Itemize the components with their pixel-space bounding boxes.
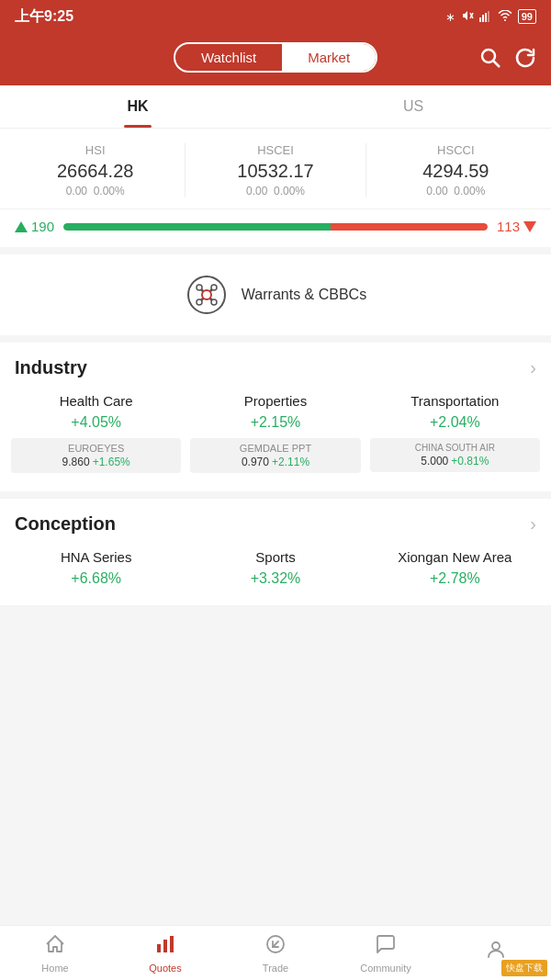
bluetooth-icon: ∗: [445, 10, 455, 24]
conception-section: Conception › HNA Series +6.68% Sports +3…: [0, 499, 551, 613]
industry-section: Industry › Health Care +4.05% EUROEYES 9…: [0, 343, 551, 499]
bottom-nav: Home Quotes Trade Community: [0, 925, 551, 980]
tab-hk[interactable]: HK: [0, 85, 276, 128]
index-hscci-name: HSCCI: [370, 143, 542, 157]
header-actions: [479, 47, 536, 69]
indices-row: HSI 26664.28 0.00 0.00% HSCEI 10532.17 0…: [0, 129, 551, 209]
index-hsi-change: 0.00 0.00%: [9, 185, 181, 197]
nav-community[interactable]: Community: [331, 926, 441, 980]
healthcare-ticker-val: 9.860: [62, 456, 90, 468]
svg-point-6: [504, 19, 506, 21]
hna-change: +6.68%: [11, 570, 181, 587]
signal-icon: [479, 9, 492, 25]
up-arrow-icon: [15, 221, 28, 232]
ad-progress-bar: [63, 223, 488, 231]
index-hscei[interactable]: HSCEI 10532.17 0.00 0.00%: [189, 143, 361, 197]
xiongan-change: +2.78%: [370, 570, 540, 587]
search-button[interactable]: [479, 47, 501, 69]
market-tab[interactable]: Market: [282, 44, 376, 71]
nav-community-label: Community: [360, 963, 411, 974]
tab-us[interactable]: US: [276, 85, 551, 128]
industry-card-healthcare[interactable]: Health Care +4.05% EUROEYES 9.860 +1.65%: [11, 393, 181, 473]
battery-icon: 99: [518, 9, 536, 24]
conception-card-hna[interactable]: HNA Series +6.68%: [11, 549, 181, 587]
svg-point-11: [197, 285, 202, 290]
conception-card-xiongan[interactable]: Xiongan New Area +2.78%: [370, 549, 540, 587]
industry-card-properties[interactable]: Properties +2.15% GEMDALE PPT 0.970 +2.1…: [190, 393, 360, 473]
watermark: 快盘下载: [501, 960, 547, 976]
tab-switcher: Watchlist Market: [174, 42, 377, 73]
conception-title: Conception: [15, 513, 116, 535]
svg-point-21: [492, 942, 500, 950]
transportation-change: +2.04%: [370, 414, 540, 431]
advance-bar-green: [63, 223, 331, 231]
svg-rect-4: [485, 13, 487, 22]
hna-name: HNA Series: [11, 549, 181, 565]
header: Watchlist Market: [0, 33, 551, 85]
status-bar: 上午9:25 ∗ 99: [0, 0, 551, 33]
healthcare-ticker-chg: +1.65%: [93, 456, 130, 468]
svg-line-8: [494, 61, 500, 67]
transportation-ticker: CHINA SOUTH AIR 5.000 +0.81%: [370, 438, 540, 472]
properties-change: +2.15%: [190, 414, 360, 431]
svg-rect-17: [170, 936, 174, 952]
decline-bar-red: [331, 223, 488, 231]
healthcare-change: +4.05%: [11, 414, 181, 431]
index-hscci[interactable]: HSCCI 4294.59 0.00 0.00%: [370, 143, 542, 197]
refresh-button[interactable]: [514, 47, 536, 69]
transportation-name: Transportation: [370, 393, 540, 409]
warrants-icon: [185, 273, 229, 317]
nav-home[interactable]: Home: [0, 926, 110, 980]
mute-icon: [461, 9, 474, 25]
properties-ticker-chg: +2.11%: [272, 456, 309, 468]
svg-rect-16: [163, 940, 167, 952]
watchlist-tab[interactable]: Watchlist: [175, 44, 282, 71]
properties-ticker: GEMDALE PPT 0.970 +2.11%: [190, 438, 360, 473]
advance-decline-bar: 190 113: [0, 209, 551, 254]
nav-quotes[interactable]: Quotes: [110, 926, 220, 980]
nav-home-label: Home: [41, 963, 68, 974]
svg-point-7: [482, 50, 495, 62]
market-region-tabs: HK US: [0, 85, 551, 129]
quotes-icon: [154, 933, 176, 961]
home-icon: [44, 933, 66, 961]
industry-card-transportation[interactable]: Transportation +2.04% CHINA SOUTH AIR 5.…: [370, 393, 540, 473]
conception-card-sports[interactable]: Sports +3.32%: [190, 549, 360, 587]
properties-ticker-name: GEMDALE PPT: [196, 443, 354, 454]
svg-rect-2: [479, 17, 481, 22]
transportation-ticker-name: CHINA SOUTH AIR: [376, 443, 534, 453]
index-hsi[interactable]: HSI 26664.28 0.00 0.00%: [9, 143, 181, 197]
svg-point-13: [197, 299, 202, 305]
conception-grid: HNA Series +6.68% Sports +3.32% Xiongan …: [0, 546, 551, 613]
index-hsi-value: 26664.28: [9, 161, 181, 182]
sports-change: +3.32%: [190, 570, 360, 587]
svg-rect-5: [488, 11, 489, 22]
industry-section-header[interactable]: Industry ›: [0, 343, 551, 389]
sports-name: Sports: [190, 549, 360, 565]
nav-trade[interactable]: Trade: [220, 926, 331, 980]
trade-icon: [264, 933, 287, 961]
industry-chevron-icon: ›: [530, 357, 536, 378]
warrants-label: Warrants & CBBCs: [242, 287, 366, 303]
warrants-section[interactable]: Warrants & CBBCs: [0, 254, 551, 343]
svg-rect-15: [157, 944, 161, 952]
healthcare-ticker-name: EUROEYES: [17, 443, 175, 454]
industry-title: Industry: [15, 357, 87, 378]
conception-section-header[interactable]: Conception ›: [0, 499, 551, 546]
index-hsi-name: HSI: [9, 143, 181, 157]
healthcare-name: Health Care: [11, 393, 181, 409]
transportation-ticker-chg: +0.81%: [451, 455, 489, 467]
nav-trade-label: Trade: [263, 963, 288, 974]
index-hscei-name: HSCEI: [189, 143, 361, 157]
healthcare-ticker: EUROEYES 9.860 +1.65%: [11, 438, 181, 473]
wifi-icon: [498, 10, 512, 24]
xiongan-name: Xiongan New Area: [370, 549, 540, 565]
transportation-ticker-val: 5.000: [421, 455, 448, 467]
industry-grid: Health Care +4.05% EUROEYES 9.860 +1.65%…: [0, 389, 551, 499]
down-arrow-icon: [523, 221, 536, 232]
nav-quotes-label: Quotes: [149, 963, 181, 974]
properties-name: Properties: [190, 393, 360, 409]
properties-ticker-val: 0.970: [242, 456, 269, 468]
index-hscci-change: 0.00 0.00%: [370, 185, 542, 197]
decline-count: 113: [497, 219, 536, 234]
